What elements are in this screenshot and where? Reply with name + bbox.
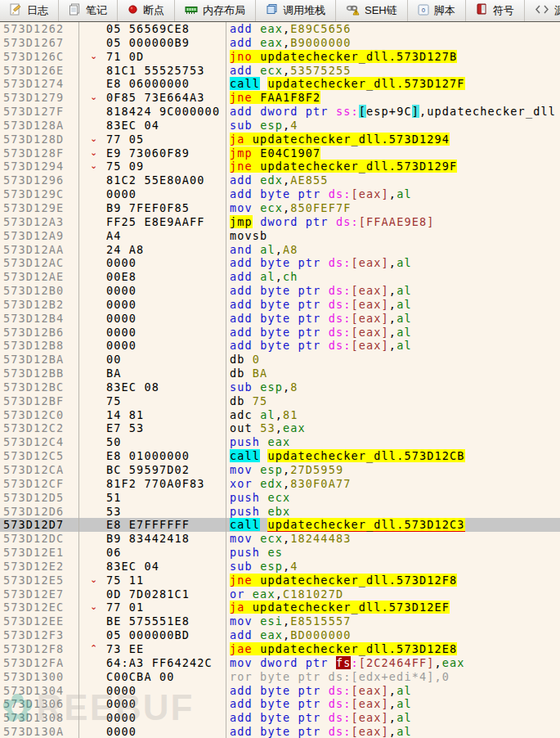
disasm-row[interactable]: 573D12AE00E8add al,ch [0, 270, 560, 284]
disasm-row[interactable]: 573D1300C00CBA 00ror byte ptr ds:[edx+ed… [0, 670, 560, 684]
tab-label: SEH链 [365, 3, 397, 18]
disasm-row[interactable]: 573D12C014 81adc al,81 [0, 408, 560, 422]
disasm-row[interactable]: 573D129EB9 7FEF0F85mov ecx,850FEF7F [0, 201, 560, 215]
instruction-cell: xor edx,830F0A77 [226, 477, 560, 491]
disasm-row[interactable]: 573D1274E8 06000000call updatechecker_dl… [0, 77, 560, 91]
tab-call-stack[interactable]: 调用堆栈 [256, 0, 336, 21]
disasm-row[interactable]: 573D12C2E7 53out 53,eax [0, 421, 560, 435]
address-cell: 573D128F [0, 146, 78, 160]
instruction-cell: mov esi,E8515557 [226, 614, 560, 628]
disasm-row[interactable]: 573D12AC0000add byte ptr ds:[eax],al [0, 256, 560, 270]
disasm-row[interactable]: 573D129681C2 55E80A00add edx,AE855 [0, 173, 560, 187]
disasm-row[interactable]: 573D12B80000add byte ptr ds:[eax],al [0, 339, 560, 353]
disasm-row-selected[interactable]: 573D12D7E8 E7FFFFFFcall updatechecker_dl… [0, 518, 560, 532]
address-cell: 573D12B6 [0, 326, 78, 340]
tab-symbols[interactable]: 符号 [466, 0, 525, 21]
jump-down-arrow-icon: ⌄ [90, 574, 98, 587]
bytes-cell: 14 81 [78, 408, 226, 422]
bytes-cell: 83EC 08 [78, 380, 226, 394]
bytes-cell: E7 53 [78, 421, 226, 435]
tab-label: 笔记 [86, 3, 107, 18]
tab-script[interactable]: o 脚本 [408, 0, 466, 21]
tab-seh-chain[interactable]: SEH链 [336, 0, 408, 21]
disasm-row[interactable]: 573D12AA24 A8and al,A8 [0, 243, 560, 257]
disasm-row[interactable]: 573D126C⌄71 0Djno updatechecker_dll.573D… [0, 50, 560, 64]
disasm-row[interactable]: 573D12B60000add byte ptr ds:[eax],al [0, 326, 560, 340]
bytes-cell: 0000 [78, 298, 226, 312]
disasm-row[interactable]: 573D12B00000add byte ptr ds:[eax],al [0, 284, 560, 298]
disasm-row[interactable]: 573D13080000add byte ptr ds:[eax],al [0, 711, 560, 725]
jump-down-arrow-icon: ⌄ [90, 50, 98, 64]
address-cell: 573D1308 [0, 711, 78, 725]
disasm-row[interactable]: 573D12B40000add byte ptr ds:[eax],al [0, 312, 560, 326]
disassembly-view: 573D126205 56569CE8add eax,E89C5656573D1… [0, 22, 560, 738]
disasm-row[interactable]: 573D1294⌄75 09jne updatechecker_dll.573D… [0, 160, 560, 173]
disasm-row[interactable]: 573D12E106push es [0, 546, 560, 560]
instruction-cell: db 0 [226, 353, 560, 367]
tab-log[interactable]: 日志 [0, 0, 59, 21]
disasm-row[interactable]: 573D126205 56569CE8add eax,E89C5656 [0, 22, 560, 36]
disasm-row[interactable]: 573D12CABC 59597D02mov esp,27D5959 [0, 463, 560, 477]
address-cell: 573D12C5 [0, 449, 78, 463]
disasm-row[interactable]: 573D12BBBAdb BA [0, 367, 560, 380]
disasm-row[interactable]: 573D12D653push ebx [0, 505, 560, 519]
disasm-row[interactable]: 573D12EC⌄77 01ja updatechecker_dll.573D1… [0, 601, 560, 614]
disasm-row[interactable]: 573D12F8⌃73 EEjae updatechecker_dll.573D… [0, 642, 560, 656]
address-cell: 573D1296 [0, 173, 78, 187]
address-cell: 573D12DC [0, 532, 78, 546]
symbols-icon [476, 3, 488, 18]
disasm-row[interactable]: 573D12C450push eax [0, 435, 560, 449]
disasm-row[interactable]: 573D126705 000000B9add eax,B9000000 [0, 36, 560, 50]
disasm-row[interactable]: 573D12A9A4movsb [0, 229, 560, 243]
address-cell: 573D1306 [0, 697, 78, 711]
disasm-row[interactable]: 573D12E70D 7D0281C1or eax,C181027D [0, 587, 560, 601]
bytes-cell: 05 000000BD [78, 628, 226, 642]
address-cell: 573D126E [0, 64, 78, 78]
bytes-cell: 0000 [78, 339, 226, 353]
tab-notes[interactable]: 笔记 [59, 0, 118, 21]
disasm-row[interactable]: 573D12DCB9 83442418mov ecx,18244483 [0, 532, 560, 546]
disasm-row[interactable]: 573D128F⌄E9 73060F89jmp E04C1907 [0, 146, 560, 160]
bytes-cell: 64:A3 FF64242C [78, 656, 226, 670]
tab-memory-map[interactable]: 内存布局 [175, 0, 256, 21]
instruction-cell: call updatechecker_dll.573D12CB [226, 449, 560, 463]
disasm-row[interactable]: 573D128D⌄77 05ja updatechecker_dll.573D1… [0, 133, 560, 146]
disasm-row[interactable]: 573D129C0000add byte ptr ds:[eax],al [0, 187, 560, 201]
disasm-row[interactable]: 573D12CF81F2 770A0F83xor edx,830F0A77 [0, 477, 560, 491]
disasm-row[interactable]: 573D127F818424 9C000000add dword ptr ss:… [0, 105, 560, 119]
tab-source-code[interactable]: 源代码 [525, 0, 560, 21]
disasm-row[interactable]: 573D12BC83EC 08sub esp,8 [0, 380, 560, 394]
disasm-row[interactable]: 573D12BF75db 75 [0, 394, 560, 408]
disasm-row[interactable]: 573D130A0000add byte ptr ds:[eax],al [0, 725, 560, 738]
address-cell: 573D128D [0, 133, 78, 146]
bytes-cell: E8 E7FFFFFF [78, 518, 226, 532]
instruction-cell: add byte ptr ds:[eax],al [226, 298, 560, 312]
disasm-row[interactable]: 573D12A3FF25 E8E9AAFFjmp dword ptr ds:[F… [0, 215, 560, 229]
tab-label: 符号 [493, 3, 514, 18]
disasm-row[interactable]: 573D12B20000add byte ptr ds:[eax],al [0, 298, 560, 312]
disasm-row[interactable]: 573D128A83EC 04sub esp,4 [0, 119, 560, 133]
disasm-row[interactable]: 573D126E81C1 55525753add ecx,53575255 [0, 64, 560, 78]
disasm-row[interactable]: 573D13040000add byte ptr ds:[eax],al [0, 684, 560, 698]
disasm-row[interactable]: 573D12E283EC 04sub esp,4 [0, 560, 560, 574]
disasm-row[interactable]: 573D12C5E8 01000000call updatechecker_dl… [0, 449, 560, 463]
disasm-row[interactable]: 573D1279⌄0F85 73E664A3jne FAA1F8F2 [0, 91, 560, 105]
instruction-cell: adc al,81 [226, 408, 560, 422]
instruction-cell: add eax,B9000000 [226, 36, 560, 50]
disasm-row[interactable]: 573D12D551push ecx [0, 491, 560, 505]
address-cell: 573D12BC [0, 380, 78, 394]
disasm-row[interactable]: 573D13060000add byte ptr ds:[eax],al [0, 697, 560, 711]
address-cell: 573D12EC [0, 601, 78, 614]
address-cell: 573D130A [0, 725, 78, 738]
disasm-row[interactable]: 573D12E5⌄75 11jne updatechecker_dll.573D… [0, 574, 560, 587]
tab-breakpoints[interactable]: 断点 [118, 0, 175, 21]
disasm-row[interactable]: 573D12F305 000000BDadd eax,BD000000 [0, 628, 560, 642]
disasm-row[interactable]: 573D12EEBE 575551E8mov esi,E8515557 [0, 614, 560, 628]
disasm-row[interactable]: 573D12BA00db 0 [0, 353, 560, 367]
address-cell: 573D12B2 [0, 298, 78, 312]
instruction-cell: sub esp,4 [226, 560, 560, 574]
instruction-cell: ja updatechecker_dll.573D1294 [226, 133, 560, 146]
disasm-row[interactable]: 573D12FA64:A3 FF64242Cmov dword ptr fs:[… [0, 656, 560, 670]
bytes-cell: 0000 [78, 187, 226, 201]
bytes-cell: BA [78, 367, 226, 380]
